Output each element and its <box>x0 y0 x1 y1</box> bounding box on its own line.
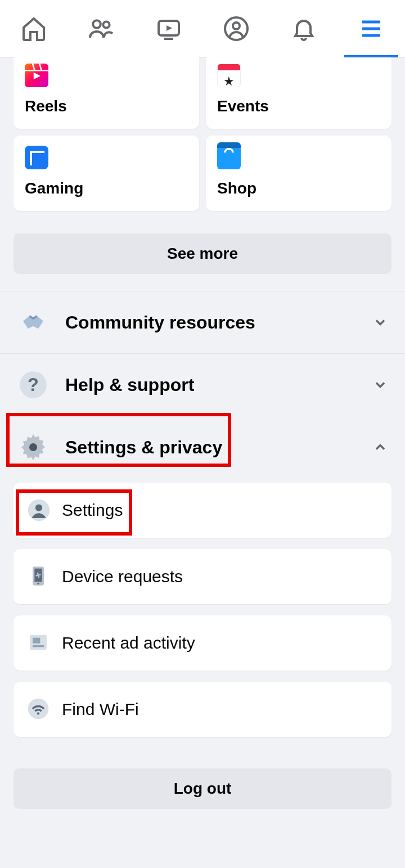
svg-point-0 <box>93 20 101 28</box>
events-icon: ★ <box>217 64 241 87</box>
shortcut-label: Reels <box>25 97 188 115</box>
top-navigation <box>0 0 405 58</box>
friends-icon <box>88 15 115 42</box>
svg-point-1 <box>103 21 109 28</box>
submenu-device-requests[interactable]: Device requests <box>14 549 392 604</box>
section-label: Community resources <box>65 312 357 333</box>
profile-icon <box>223 15 250 42</box>
svg-point-24 <box>28 699 49 719</box>
nav-watch[interactable] <box>135 0 202 57</box>
logout-button[interactable]: Log out <box>14 768 392 809</box>
chevron-down-icon <box>372 377 388 393</box>
svg-point-20 <box>37 583 39 584</box>
gear-icon <box>17 431 50 464</box>
home-icon <box>20 15 47 42</box>
reels-icon <box>25 64 48 87</box>
bell-icon <box>290 15 317 42</box>
svg-point-5 <box>233 23 240 29</box>
chevron-up-icon <box>372 439 388 455</box>
shortcut-label: Shop <box>217 179 380 197</box>
submenu-settings[interactable]: Settings <box>14 483 392 538</box>
help-icon: ? <box>17 368 50 401</box>
submenu-label: Find Wi-Fi <box>62 700 139 719</box>
nav-menu[interactable] <box>338 0 405 57</box>
nav-home[interactable] <box>0 0 68 57</box>
shortcut-reels[interactable]: Reels <box>14 53 199 129</box>
submenu-label: Device requests <box>62 567 183 586</box>
section-label: Settings & privacy <box>65 437 357 458</box>
submenu-label: Recent ad activity <box>62 633 195 653</box>
shop-icon <box>217 146 241 169</box>
submenu-label: Settings <box>62 501 123 520</box>
submenu-recent-ad-activity[interactable]: Recent ad activity <box>14 615 392 671</box>
shortcut-events[interactable]: ★ Events <box>206 53 392 129</box>
handshake-icon <box>17 306 50 339</box>
ad-activity-icon <box>27 631 51 655</box>
shortcut-label: Events <box>217 97 380 115</box>
gaming-icon <box>25 146 48 169</box>
watch-icon <box>155 15 182 42</box>
nav-notifications[interactable] <box>270 0 338 57</box>
section-settings-privacy[interactable]: Settings & privacy <box>0 416 405 478</box>
submenu-find-wifi[interactable]: Find Wi-Fi <box>14 682 392 737</box>
svg-point-15 <box>29 443 37 451</box>
section-help-support[interactable]: ? Help & support <box>0 354 405 416</box>
shortcut-label: Gaming <box>25 179 188 197</box>
shortcut-shop[interactable]: Shop <box>206 136 392 211</box>
svg-rect-22 <box>33 638 40 644</box>
shortcut-grid: Reels ★ Events Gaming Shop <box>0 53 405 211</box>
chevron-down-icon <box>372 314 388 330</box>
settings-privacy-submenu: Settings Device requests Recent ad activ… <box>0 478 405 762</box>
nav-friends[interactable] <box>68 0 135 57</box>
shortcut-gaming[interactable]: Gaming <box>14 136 199 211</box>
nav-profile[interactable] <box>202 0 270 57</box>
hamburger-icon <box>358 15 385 42</box>
svg-line-11 <box>39 64 42 70</box>
wifi-icon <box>27 698 51 721</box>
see-more-button[interactable]: See more <box>14 233 392 274</box>
section-label: Help & support <box>65 375 357 395</box>
settings-person-icon <box>27 498 51 522</box>
menu-sections: Community resources ? Help & support Set… <box>0 291 405 478</box>
svg-point-25 <box>37 712 39 714</box>
svg-line-10 <box>33 64 35 70</box>
section-community-resources[interactable]: Community resources <box>0 291 405 354</box>
svg-text:?: ? <box>28 375 39 395</box>
svg-point-17 <box>35 505 42 511</box>
device-icon <box>27 565 51 588</box>
